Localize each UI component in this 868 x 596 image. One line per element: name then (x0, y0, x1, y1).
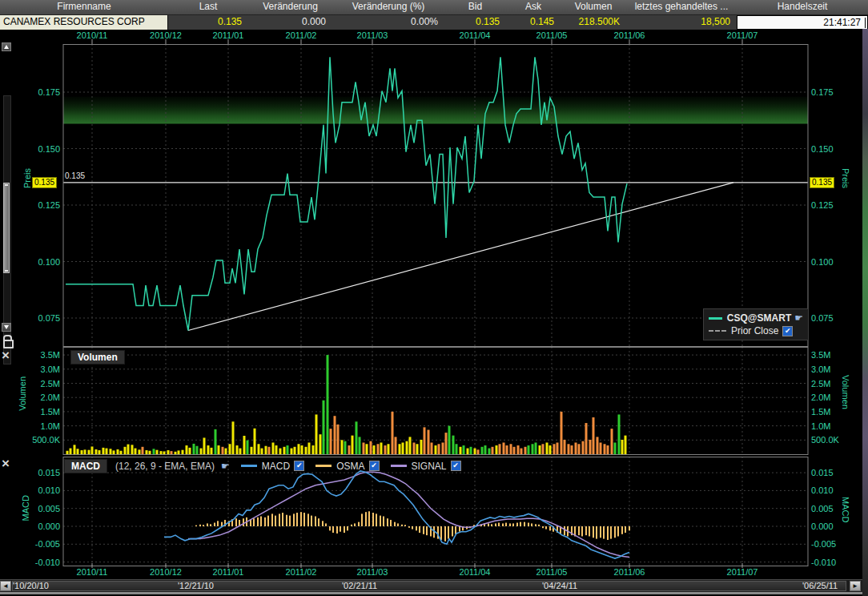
volume-bar (153, 449, 155, 454)
volume-bar (308, 442, 311, 454)
osma-bar (545, 526, 547, 530)
volume-tick-left: 500.0K (24, 435, 60, 445)
volume-bar (604, 444, 606, 454)
close-volume-panel-button[interactable]: × (2, 350, 10, 361)
osma-bar (564, 526, 565, 535)
macd-panel-title[interactable]: MACD (64, 459, 107, 473)
signal-checkbox[interactable]: ✔ (451, 461, 461, 471)
chart-canvas[interactable] (0, 0, 868, 596)
scroll-left-button[interactable]: ◄ (0, 581, 11, 591)
volume-tick-left: 2.5M (24, 379, 60, 389)
osma-bar (625, 526, 626, 533)
osma-bar (296, 513, 298, 526)
osma-bar (300, 512, 302, 526)
volume-bar (330, 429, 332, 454)
osma-bar (621, 526, 623, 534)
volume-bar (607, 445, 609, 454)
volume-bar (149, 451, 151, 454)
volume-bar (275, 445, 278, 454)
osma-checkbox[interactable]: ✔ (369, 461, 380, 471)
volume-bar (70, 449, 72, 454)
last-price-tag-left: 0.135 (32, 177, 57, 188)
time-scrollbar-thumb[interactable] (12, 581, 846, 591)
volume-bar (327, 355, 329, 454)
close-macd-panel-button[interactable]: × (2, 458, 10, 469)
volume-panel-title[interactable]: Volumen (70, 350, 125, 364)
volume-bar (344, 441, 347, 454)
osma-bar (531, 523, 532, 526)
volume-tick-right: 1.5M (811, 407, 830, 417)
macd-tick-right: 0.000 (811, 522, 834, 531)
osma-bar (452, 526, 453, 536)
volume-bar (477, 449, 480, 454)
price-axis-title-left: Preis (22, 168, 32, 188)
osma-bar (210, 524, 211, 526)
macd-tick-right: -0.010 (811, 558, 836, 567)
osma-bar (260, 517, 262, 526)
osma-bar (214, 523, 215, 526)
volume-bar (218, 445, 220, 454)
osma-bar (253, 518, 255, 526)
osma-bar (267, 516, 269, 526)
volume-bar (261, 449, 263, 454)
scroll-up-button[interactable] (2, 42, 11, 51)
volume-bar (294, 447, 296, 454)
macd-axis-title-right: MACD (841, 497, 850, 522)
osma-bar (372, 513, 374, 526)
macd-checkbox[interactable]: ✔ (294, 461, 304, 471)
time-axis-label-bottom: 2011/07 (727, 567, 758, 577)
osma-bar (495, 523, 496, 526)
macd-legend-signal[interactable]: SIGNAL ✔ (391, 461, 461, 472)
macd-legend-macd[interactable]: MACD ✔ (241, 461, 304, 472)
time-scrollbar[interactable]: ◄ ► '10/20/10'12/21/10'02/21/11'04/24/11… (0, 579, 868, 592)
volume-bar (127, 445, 130, 454)
osma-bar (383, 517, 384, 526)
volume-bar (142, 447, 144, 454)
volume-bar (301, 445, 303, 454)
volume-bar (66, 451, 69, 454)
osma-bar (203, 525, 204, 526)
volume-bar (102, 448, 105, 454)
volume-bar (593, 417, 595, 454)
volume-bar (546, 442, 549, 454)
osma-bar (332, 526, 334, 533)
scrollbar-thumb[interactable] (3, 183, 10, 273)
osma-bar (199, 525, 201, 526)
macd-tick-left: 0.000 (26, 522, 60, 531)
scroll-down-button[interactable] (2, 323, 11, 332)
volume-tick-right: 3.5M (811, 350, 830, 360)
price-tick-right: 0.150 (811, 144, 834, 154)
osma-bar (448, 526, 449, 539)
volume-bar (463, 445, 465, 454)
time-range-date: '04/24/11 (542, 581, 577, 591)
price-line-swatch (709, 317, 722, 320)
volume-bar (222, 447, 224, 454)
prior-close-checkbox[interactable]: ✔ (782, 326, 793, 336)
osma-bar (524, 522, 525, 526)
volume-bar (196, 446, 199, 454)
legend-row-symbol[interactable]: CSQ@SMART ☛ (709, 312, 803, 324)
osma-bar (195, 526, 197, 526)
volume-bar (496, 445, 498, 454)
price-tick-left: 0.100 (30, 257, 60, 267)
volume-bar (561, 412, 563, 454)
volume-bar (319, 434, 322, 454)
volume-bar (625, 436, 627, 454)
volume-bar (156, 450, 159, 454)
volume-bar (225, 449, 227, 454)
osma-bar (607, 526, 609, 540)
volume-bar (377, 444, 380, 454)
volume-bar (229, 444, 231, 454)
volume-bar (254, 429, 256, 454)
macd-tick-right: 0.015 (811, 468, 834, 477)
macd-header: MACD (12, 26, 9 - EMA, EMA) ☛ MACD ✔ OSM… (64, 459, 461, 473)
volume-bar (232, 421, 235, 454)
volume-bar (539, 445, 541, 454)
scroll-right-button[interactable]: ► (850, 581, 861, 591)
macd-legend-osma[interactable]: OSMA ✔ (315, 461, 379, 472)
osma-bar (361, 513, 363, 526)
osma-bar (578, 526, 580, 535)
macd-tick-right: -0.005 (811, 539, 836, 549)
legend-row-prior-close[interactable]: Prior Close ✔ (709, 324, 803, 337)
volume-bar (438, 444, 440, 454)
